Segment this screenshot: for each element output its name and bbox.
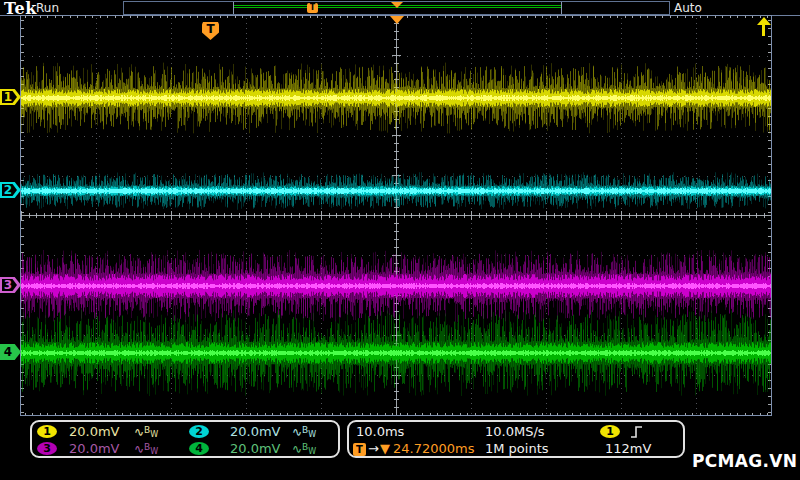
trigger-level-readout[interactable]: 112mV (605, 441, 651, 457)
record-expansion-marker-icon (391, 2, 403, 8)
waveform-canvas (21, 16, 771, 415)
arrow-head (757, 17, 771, 25)
horizontal-trigger-readout-box: 10.0ms 10.0MS/s 1 T → ▼ 24.72000ms 1M po… (347, 420, 685, 458)
channel-1-position-marker[interactable]: 1 (0, 89, 21, 105)
channel-3-scale[interactable]: 20.0mV (69, 441, 120, 457)
watermark: PCMAG.VN (692, 451, 797, 471)
expansion-point-icon (390, 16, 404, 24)
trigger-level-offscreen-arrow-icon[interactable] (757, 17, 771, 37)
arrow-stem (762, 25, 765, 36)
trigger-slope-rising-icon (630, 425, 644, 439)
trigger-source-badge[interactable]: 1 (600, 425, 620, 438)
channel-4-position-marker[interactable]: 4 (0, 344, 21, 360)
record-window-divider-left (233, 2, 234, 14)
acquisition-status: Run (36, 1, 59, 15)
oscilloscope-screen: Tek Run T Auto 1 2 3 4 T (0, 0, 800, 480)
record-trigger-t-icon: T (307, 3, 318, 13)
trigger-t-icon: T (353, 443, 366, 456)
marker-label: 4 (0, 345, 16, 359)
record-window-divider-right (561, 2, 562, 14)
channel-1-coupling-bw-icon: ∿BW (134, 424, 158, 440)
channel-1-badge[interactable]: 1 (37, 425, 57, 438)
channel-4-scale[interactable]: 20.0mV (230, 441, 281, 457)
channel-readouts-box: 1 20.0mV ∿BW 2 20.0mV ∿BW 3 20.0mV ∿BW 4… (30, 420, 340, 458)
channel-3-position-marker[interactable]: 3 (0, 277, 21, 293)
channel-4-coupling-bw-icon: ∿BW (292, 441, 316, 457)
record-length: 1M points (485, 441, 549, 457)
channel-3-coupling-bw-icon: ∿BW (134, 441, 158, 457)
trigger-mode-status: Auto (674, 1, 702, 15)
channel-4-badge[interactable]: 4 (189, 442, 209, 455)
marker-label: 1 (0, 90, 16, 104)
channel-2-badge[interactable]: 2 (189, 425, 209, 438)
marker-label: 2 (0, 183, 16, 197)
sample-rate: 10.0MS/s (485, 424, 545, 440)
channel-3-badge[interactable]: 3 (37, 442, 57, 455)
display-graticule (20, 15, 772, 416)
channel-1-scale[interactable]: 20.0mV (69, 424, 120, 440)
trigger-position-readout[interactable]: 24.72000ms (393, 441, 474, 457)
trigger-arrow: → (368, 441, 379, 457)
channel-2-position-marker[interactable]: 2 (0, 182, 21, 198)
channel-2-coupling-bw-icon: ∿BW (292, 424, 316, 440)
marker-label: 3 (0, 278, 16, 292)
channel-2-scale[interactable]: 20.0mV (230, 424, 281, 440)
record-view-bar: T (123, 1, 670, 15)
trigger-marker-icon: ▼ (380, 441, 390, 457)
timebase-scale[interactable]: 10.0ms (356, 424, 404, 440)
